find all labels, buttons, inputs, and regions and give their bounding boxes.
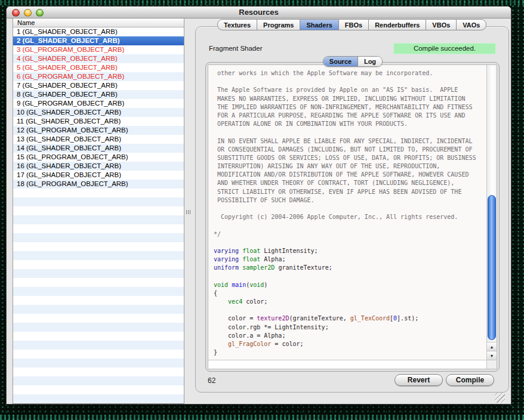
resize-grip[interactable] xyxy=(495,393,505,403)
scroll-down-button[interactable]: ▼ xyxy=(487,351,497,360)
source-line: vec4 color; xyxy=(214,298,486,306)
list-item[interactable]: 15 (GL_PROGRAM_OBJECT_ARB) xyxy=(13,153,184,162)
list-item[interactable]: 5 (GL_SHADER_OBJECT_ARB) xyxy=(13,63,184,72)
tab-renderbuffers[interactable]: Renderbuffers xyxy=(368,19,426,30)
source-line: color.rgb *= LightIntensity; xyxy=(214,323,486,332)
resource-list-panel: Name 1 (GL_SHADER_OBJECT_ARB)2 (GL_SHADE… xyxy=(13,18,184,404)
source-line: MAKES NO WARRANTIES, EXPRESS OR IMPLIED,… xyxy=(214,95,486,103)
source-line: color.a = Alpha; xyxy=(214,332,486,340)
list-item[interactable]: 7 (GL_SHADER_OBJECT_ARB) xyxy=(13,81,184,90)
revert-button[interactable]: Revert xyxy=(394,374,443,386)
list-item[interactable]: 17 (GL_SHADER_OBJECT_ARB) xyxy=(13,171,184,180)
source-line: } xyxy=(214,348,486,357)
list-item[interactable]: 6 (GL_PROGRAM_OBJECT_ARB) xyxy=(13,72,184,81)
source-line xyxy=(214,273,486,281)
source-line: INTERRUPTION) ARISING IN ANY WAY OUT OF … xyxy=(214,162,486,171)
desktop-background: Resources Name 1 (GL_SHADER_OBJECT_ARB)2… xyxy=(0,0,524,420)
scrollbar-corner xyxy=(486,360,497,369)
source-line xyxy=(214,128,486,137)
source-log-segmented-control: Source Log xyxy=(323,56,383,67)
source-line xyxy=(214,239,486,247)
scroll-up-button[interactable]: ▲ xyxy=(487,342,497,351)
source-line xyxy=(214,221,486,230)
horizontal-scrollbar[interactable] xyxy=(208,360,486,369)
close-button[interactable] xyxy=(12,9,20,17)
title-bar[interactable]: Resources xyxy=(7,7,511,18)
source-line: OR CONSEQUENTIAL DAMAGES (INCLUDING, BUT… xyxy=(214,146,486,154)
list-item[interactable]: 8 (GL_SHADER_OBJECT_ARB) xyxy=(13,90,184,99)
shader-type-label: Fragment Shader xyxy=(209,45,263,52)
list-item[interactable]: 2 (GL_SHADER_OBJECT_ARB) xyxy=(13,36,184,45)
list-item[interactable]: 4 (GL_SHADER_OBJECT_ARB) xyxy=(13,54,184,63)
list-item[interactable]: 18 (GL_PROGRAM_OBJECT_ARB) xyxy=(13,180,184,189)
source-line: varying float LightIntensity; xyxy=(214,247,486,255)
list-item[interactable]: 16 (GL_SHADER_OBJECT_ARB) xyxy=(13,162,184,171)
source-line xyxy=(214,306,486,314)
tab-programs[interactable]: Programs xyxy=(257,19,300,30)
source-line: The Apple Software is provided by Apple … xyxy=(214,86,486,94)
compile-status-badge: Compile succeeded. xyxy=(393,43,496,54)
source-editor-well: other works in which the Apple Software … xyxy=(205,62,500,372)
source-line xyxy=(214,78,486,86)
list-item[interactable]: 3 (GL_PROGRAM_OBJECT_ARB) xyxy=(13,45,184,54)
source-line: void main(void) xyxy=(214,281,486,289)
line-count-label: 62 xyxy=(208,376,215,385)
source-line: other works in which the Apple Software … xyxy=(214,69,486,78)
source-line: gl_FragColor = color; xyxy=(214,340,486,348)
resource-list: 1 (GL_SHADER_OBJECT_ARB)2 (GL_SHADER_OBJ… xyxy=(13,27,184,403)
source-line: uniform sampler2D graniteTexture; xyxy=(214,264,486,272)
source-line: { xyxy=(214,289,486,298)
window-title: Resources xyxy=(7,7,511,18)
source-line: STRICT LIABILITY OR OTHERWISE, EVEN IF A… xyxy=(214,188,486,196)
source-line xyxy=(214,205,486,213)
scrollbar-thumb[interactable] xyxy=(488,195,496,340)
minimize-button[interactable] xyxy=(24,9,32,17)
tab-fbos[interactable]: FBOs xyxy=(338,19,369,30)
source-line: */ xyxy=(214,230,486,239)
source-line: FOR A PARTICULAR PURPOSE, REGARDING THE … xyxy=(214,112,486,120)
list-item[interactable]: 14 (GL_SHADER_OBJECT_ARB) xyxy=(13,144,184,153)
tab-vaos[interactable]: VAOs xyxy=(456,19,486,30)
shader-source-editor[interactable]: other works in which the Apple Software … xyxy=(208,65,486,360)
tab-log[interactable]: Log xyxy=(358,57,382,66)
source-line: color = texture2D(graniteTexture, gl_Tex… xyxy=(214,314,486,323)
list-item[interactable]: 11 (GL_SHADER_OBJECT_ARB) xyxy=(13,117,184,126)
source-line: Copyright (c) 2004-2006 Apple Computer, … xyxy=(214,213,486,221)
tab-textures[interactable]: Textures xyxy=(217,19,257,30)
list-item[interactable]: 13 (GL_SHADER_OBJECT_ARB) xyxy=(13,135,184,144)
list-item[interactable]: 12 (GL_PROGRAM_OBJECT_ARB) xyxy=(13,126,184,135)
tab-source[interactable]: Source xyxy=(323,57,358,66)
source-line: OPERATION ALONE OR IN COMBINATION WITH Y… xyxy=(214,120,486,128)
tab-vbos[interactable]: VBOs xyxy=(426,19,457,30)
list-item[interactable]: 10 (GL_SHADER_OBJECT_ARB) xyxy=(13,108,184,117)
name-column-header[interactable]: Name xyxy=(13,18,184,27)
vertical-scrollbar[interactable]: ▲ ▼ xyxy=(486,65,497,360)
source-line: varying float Alpha; xyxy=(214,255,486,264)
source-line: THE IMPLIED WARRANTIES OF NON-INFRINGEME… xyxy=(214,103,486,112)
zoom-button[interactable] xyxy=(36,9,44,17)
source-line: AND WHETHER UNDER THEORY OF CONTRACT, TO… xyxy=(214,179,486,187)
source-line: IN NO EVENT SHALL APPLE BE LIABLE FOR AN… xyxy=(214,137,486,146)
tab-shaders[interactable]: Shaders xyxy=(300,19,338,30)
compile-button[interactable]: Compile xyxy=(446,374,494,386)
list-item[interactable]: 1 (GL_SHADER_OBJECT_ARB) xyxy=(13,27,184,36)
splitter-grip[interactable] xyxy=(186,210,192,214)
list-item[interactable]: 9 (GL_PROGRAM_OBJECT_ARB) xyxy=(13,99,184,108)
source-editor-frame: other works in which the Apple Software … xyxy=(208,64,497,369)
source-line: POSSIBILITY OF SUCH DAMAGE. xyxy=(214,196,486,205)
source-line: MODIFICATION AND/OR DISTRIBUTION OF THE … xyxy=(214,171,486,179)
resource-tab-strip: TexturesProgramsShadersFBOsRenderbuffers… xyxy=(217,19,486,30)
resources-window: Resources Name 1 (GL_SHADER_OBJECT_ARB)2… xyxy=(6,6,511,404)
source-line: SUBSTITUTE GOODS OR SERVICES; LOSS OF US… xyxy=(214,154,486,162)
